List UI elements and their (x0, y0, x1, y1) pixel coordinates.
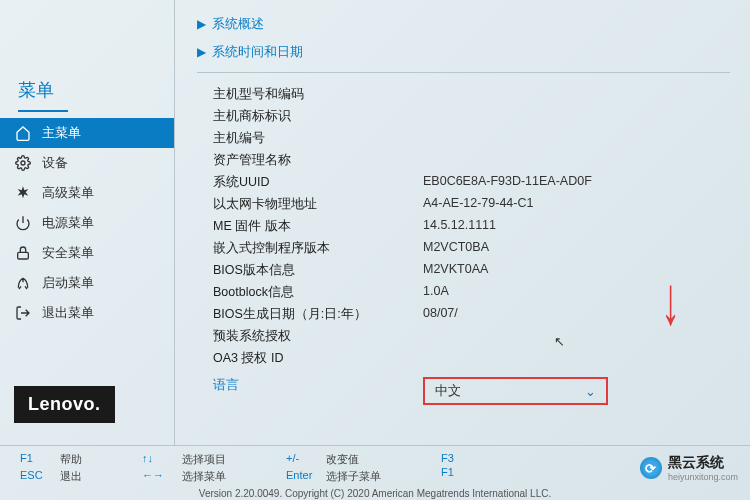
home-icon (14, 124, 32, 142)
info-label: 主机商标标识 (213, 108, 423, 125)
info-row: 系统UUIDEB0C6E8A-F93D-11EA-AD0F (213, 171, 730, 193)
info-value (423, 108, 730, 125)
key-enter: Enter (286, 469, 316, 484)
info-list: 主机型号和编码 主机商标标识 主机编号 资产管理名称 系统UUIDEB0C6E8… (197, 83, 730, 408)
info-value (423, 328, 730, 345)
chevron-down-icon: ⌄ (585, 384, 596, 399)
info-value: M2VCT0BA (423, 240, 730, 257)
nav-devices[interactable]: 设备 (0, 148, 174, 178)
key-desc: 改变值 (326, 452, 359, 467)
info-row: BIOS版本信息M2VKT0AA (213, 259, 730, 281)
nav-label: 退出菜单 (42, 304, 94, 322)
nav-main-menu[interactable]: 主菜单 (0, 118, 174, 148)
info-label: 嵌入式控制程序版本 (213, 240, 423, 257)
sidebar: 菜单 主菜单 设备 高级菜单 (0, 0, 175, 445)
rocket-icon (14, 274, 32, 292)
info-row: 主机编号 (213, 127, 730, 149)
menu-title: 菜单 (0, 8, 174, 110)
nav-power[interactable]: 电源菜单 (0, 208, 174, 238)
info-label: OA3 授权 ID (213, 350, 423, 367)
key-desc: 选择子菜单 (326, 469, 381, 484)
nav-exit[interactable]: 退出菜单 (0, 298, 174, 328)
info-label: Bootblock信息 (213, 284, 423, 301)
nav-label: 高级菜单 (42, 184, 94, 202)
svg-point-0 (21, 161, 25, 165)
nav-list: 主菜单 设备 高级菜单 电源菜单 (0, 118, 174, 376)
key-leftright: ←→ (142, 469, 172, 484)
power-icon (14, 214, 32, 232)
key-f1: F1 (20, 452, 50, 467)
lenovo-logo: Lenovo. (14, 386, 115, 423)
info-value: 14.5.12.1111 (423, 218, 730, 235)
divider (197, 72, 730, 73)
exit-icon (14, 304, 32, 322)
info-row: OA3 授权 ID (213, 347, 730, 369)
info-value: 08/07/ (423, 306, 730, 323)
info-label: 预装系统授权 (213, 328, 423, 345)
info-label: 系统UUID (213, 174, 423, 191)
info-label: ME 固件 版本 (213, 218, 423, 235)
section-datetime[interactable]: ▶ 系统时间和日期 (197, 38, 730, 66)
section-label: 系统概述 (212, 15, 264, 33)
info-label: 以太网卡物理地址 (213, 196, 423, 213)
nav-security[interactable]: 安全菜单 (0, 238, 174, 268)
info-label: BIOS生成日期（月:日:年） (213, 306, 423, 323)
nav-label: 主菜单 (42, 124, 81, 142)
key-desc: 帮助 (60, 452, 82, 467)
info-row: 以太网卡物理地址A4-AE-12-79-44-C1 (213, 193, 730, 215)
footer: F1帮助 ESC退出 ↑↓选择项目 ←→选择菜单 +/-改变值 Enter选择子… (0, 445, 750, 500)
main-panel: ▶ 系统概述 ▶ 系统时间和日期 主机型号和编码 主机商标标识 主机编号 资产管… (175, 0, 750, 445)
gear-icon (14, 154, 32, 172)
menu-underline (18, 110, 68, 112)
nav-advanced[interactable]: 高级菜单 (0, 178, 174, 208)
info-row: 主机型号和编码 (213, 83, 730, 105)
key-plusminus: +/- (286, 452, 316, 467)
key-desc: 退出 (60, 469, 82, 484)
info-row: 预装系统授权 (213, 325, 730, 347)
info-label: BIOS版本信息 (213, 262, 423, 279)
footer-keys: F1帮助 ESC退出 ↑↓选择项目 ←→选择菜单 +/-改变值 Enter选择子… (20, 452, 730, 484)
watermark-title: 黑云系统 (668, 454, 724, 470)
nav-label: 安全菜单 (42, 244, 94, 262)
info-label: 资产管理名称 (213, 152, 423, 169)
svg-rect-1 (18, 252, 29, 259)
watermark: ⟳ 黑云系统 heiyunxitong.com (640, 454, 738, 482)
info-value (423, 130, 730, 147)
language-select[interactable]: 中文 ⌄ (423, 377, 608, 405)
nav-label: 启动菜单 (42, 274, 94, 292)
info-row: BIOS生成日期（月:日:年）08/07/ (213, 303, 730, 325)
info-row: 主机商标标识 (213, 105, 730, 127)
key-desc: 选择菜单 (182, 469, 226, 484)
info-label: 主机编号 (213, 130, 423, 147)
nav-label: 设备 (42, 154, 68, 172)
copyright: Version 2.20.0049. Copyright (C) 2020 Am… (20, 484, 730, 499)
info-value: A4-AE-12-79-44-C1 (423, 196, 730, 213)
chevron-right-icon: ▶ (197, 45, 206, 59)
info-row: 资产管理名称 (213, 149, 730, 171)
language-label: 语言 (213, 377, 423, 405)
watermark-icon: ⟳ (640, 457, 662, 479)
info-value (423, 86, 730, 103)
section-label: 系统时间和日期 (212, 43, 303, 61)
section-overview[interactable]: ▶ 系统概述 (197, 10, 730, 38)
info-row: 嵌入式控制程序版本M2VCT0BA (213, 237, 730, 259)
info-value: M2VKT0AA (423, 262, 730, 279)
key-f3: F3 (441, 452, 471, 464)
info-value (423, 152, 730, 169)
key-desc: 选择项目 (182, 452, 226, 467)
asterisk-icon (14, 184, 32, 202)
language-value: 中文 (435, 382, 461, 400)
watermark-sub: heiyunxitong.com (668, 472, 738, 482)
info-row: ME 固件 版本14.5.12.1111 (213, 215, 730, 237)
info-value (423, 350, 730, 367)
key-esc: ESC (20, 469, 50, 484)
info-value: EB0C6E8A-F93D-11EA-AD0F (423, 174, 730, 191)
info-row: Bootblock信息1.0A (213, 281, 730, 303)
nav-boot[interactable]: 启动菜单 (0, 268, 174, 298)
info-label: 主机型号和编码 (213, 86, 423, 103)
info-value: 1.0A (423, 284, 730, 301)
key-updown: ↑↓ (142, 452, 172, 467)
lock-icon (14, 244, 32, 262)
chevron-right-icon: ▶ (197, 17, 206, 31)
nav-label: 电源菜单 (42, 214, 94, 232)
